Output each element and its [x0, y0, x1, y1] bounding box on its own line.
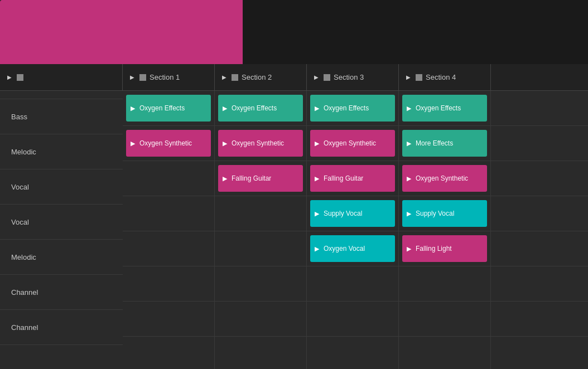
- clip-play-icon-0-3: ▶: [407, 105, 411, 112]
- clip-label-1-2: Oxygen Synthetic: [324, 139, 376, 147]
- section-header-1[interactable]: ▶ Section 1: [123, 64, 215, 90]
- section-play-btn-1[interactable]: ▶: [128, 74, 136, 81]
- grid-cell-7-0[interactable]: [123, 337, 215, 369]
- section-label-3: Section 3: [334, 73, 364, 81]
- clip-play-icon-2-3: ▶: [407, 175, 411, 182]
- clip-label-4-3: Falling Light: [416, 245, 452, 253]
- clip-play-icon-3-2: ▶: [315, 210, 319, 217]
- clip-1-1[interactable]: ▶ Oxygen Synthetic: [218, 130, 303, 157]
- grid-cell-4-0[interactable]: [123, 231, 215, 266]
- clip-1-0[interactable]: ▶ Oxygen Synthetic: [126, 130, 211, 157]
- row-label-4: Vocal: [0, 205, 123, 240]
- section-header-4[interactable]: ▶ Section 4: [399, 64, 491, 90]
- clip-label-0-0: Oxygen Effects: [139, 104, 185, 112]
- grid-cell-4-2[interactable]: ▶ Oxygen Vocal: [307, 231, 399, 266]
- clip-play-icon-1-2: ▶: [315, 140, 319, 147]
- clip-play-icon-1-3: ▶: [407, 140, 411, 147]
- grid-cell-5-1[interactable]: [215, 266, 307, 301]
- clip-0-3[interactable]: ▶ Oxygen Effects: [402, 95, 487, 122]
- clip-1-2[interactable]: ▶ Oxygen Synthetic: [310, 130, 395, 157]
- grid-cell-0-0[interactable]: ▶ Oxygen Effects: [123, 91, 215, 125]
- grid-row-2: ▶ Falling Guitar ▶ Falling Guitar ▶ Oxyg…: [123, 161, 588, 196]
- clip-label-0-3: Oxygen Effects: [416, 104, 461, 112]
- clip-label-2-3: Oxygen Synthetic: [416, 174, 468, 182]
- grid-cell-5-0[interactable]: [123, 266, 215, 301]
- clip-2-3[interactable]: ▶ Oxygen Synthetic: [402, 165, 487, 192]
- grid-row-4: ▶ Oxygen Vocal ▶ Falling Light: [123, 231, 588, 266]
- clip-4-3[interactable]: ▶ Falling Light: [402, 235, 487, 262]
- section-play-btn-3[interactable]: ▶: [312, 74, 320, 81]
- clip-label-0-2: Oxygen Effects: [324, 104, 369, 112]
- grid-cell-2-1[interactable]: ▶ Falling Guitar: [215, 161, 307, 196]
- clip-label-1-1: Oxygen Synthetic: [232, 139, 284, 147]
- section-stop-btn-2[interactable]: [232, 74, 238, 81]
- clip-play-icon-4-3: ▶: [407, 245, 411, 253]
- clip-play-icon-4-2: ▶: [315, 245, 319, 253]
- grid-cell-5-2[interactable]: [307, 266, 399, 301]
- clip-play-icon-0-1: ▶: [223, 105, 227, 112]
- clip-3-3[interactable]: ▶ Supply Vocal: [402, 200, 487, 227]
- grid-cell-1-1[interactable]: ▶ Oxygen Synthetic: [215, 126, 307, 161]
- row-label-3: Vocal: [0, 169, 123, 205]
- grid-cell-4-1[interactable]: [215, 231, 307, 266]
- section-stop-btn-4[interactable]: [416, 74, 422, 81]
- now-playing-banner[interactable]: [0, 0, 243, 64]
- topleft-play-btn[interactable]: ▶: [6, 74, 13, 81]
- clip-play-icon-2-2: ▶: [315, 175, 319, 182]
- grid-cell-0-2[interactable]: ▶ Oxygen Effects: [307, 91, 399, 125]
- grid-cell-0-1[interactable]: ▶ Oxygen Effects: [215, 91, 307, 125]
- grid-row-1: ▶ Oxygen Synthetic ▶ Oxygen Synthetic ▶ …: [123, 126, 588, 161]
- grid-area: ▶ Section 1 ▶ Section 2 ▶ Section 3 ▶ Se…: [123, 64, 588, 369]
- grid-cell-3-0[interactable]: [123, 196, 215, 231]
- section-play-btn-4[interactable]: ▶: [404, 74, 412, 81]
- clip-play-icon-0-0: ▶: [131, 105, 135, 112]
- section-stop-btn-1[interactable]: [139, 74, 146, 81]
- clip-label-2-1: Falling Guitar: [232, 174, 271, 182]
- grid-cell-1-0[interactable]: ▶ Oxygen Synthetic: [123, 126, 215, 161]
- section-label-4: Section 4: [426, 73, 456, 81]
- grid-cell-3-2[interactable]: ▶ Supply Vocal: [307, 196, 399, 231]
- grid-cell-6-3[interactable]: [399, 302, 491, 336]
- grid-row-5: [123, 266, 588, 302]
- grid-cell-6-2[interactable]: [307, 302, 399, 336]
- grid-cell-2-2[interactable]: ▶ Falling Guitar: [307, 161, 399, 196]
- clip-label-1-3: More Effects: [416, 139, 453, 147]
- grid-row-7: [123, 337, 588, 369]
- grid-cell-7-1[interactable]: [215, 337, 307, 369]
- clip-4-2[interactable]: ▶ Oxygen Vocal: [310, 235, 395, 262]
- grid-cell-6-0[interactable]: [123, 302, 215, 336]
- grid-cell-2-0[interactable]: [123, 161, 215, 196]
- section-header-2[interactable]: ▶ Section 2: [215, 64, 307, 90]
- row-labels: ▶ DrumsBassMelodicVocalVocalMelodicChann…: [0, 64, 123, 369]
- topleft-stop-btn[interactable]: [17, 74, 23, 81]
- clip-2-1[interactable]: ▶ Falling Guitar: [218, 165, 303, 192]
- clip-0-0[interactable]: ▶ Oxygen Effects: [126, 95, 211, 122]
- clip-play-icon-2-1: ▶: [223, 175, 227, 182]
- grid-cell-1-2[interactable]: ▶ Oxygen Synthetic: [307, 126, 399, 161]
- clip-label-4-2: Oxygen Vocal: [324, 245, 365, 253]
- grid-cell-4-3[interactable]: ▶ Falling Light: [399, 231, 491, 266]
- grid-cell-1-3[interactable]: ▶ More Effects: [399, 126, 491, 161]
- clip-label-3-3: Supply Vocal: [416, 210, 454, 217]
- clip-0-2[interactable]: ▶ Oxygen Effects: [310, 95, 395, 122]
- grid-cell-3-1[interactable]: [215, 196, 307, 231]
- grid-cell-2-3[interactable]: ▶ Oxygen Synthetic: [399, 161, 491, 196]
- grid-body: ▶ Oxygen Effects ▶ Oxygen Effects ▶ Oxyg…: [123, 91, 588, 369]
- section-header-3[interactable]: ▶ Section 3: [307, 64, 399, 90]
- clip-3-2[interactable]: ▶ Supply Vocal: [310, 200, 395, 227]
- grid-row-6: [123, 302, 588, 337]
- section-label-2: Section 2: [242, 73, 272, 81]
- section-stop-btn-3[interactable]: [324, 74, 330, 81]
- grid-cell-7-3[interactable]: [399, 337, 491, 369]
- grid-cell-0-3[interactable]: ▶ Oxygen Effects: [399, 91, 491, 125]
- grid-cell-7-2[interactable]: [307, 337, 399, 369]
- clip-1-3[interactable]: ▶ More Effects: [402, 130, 487, 157]
- grid-cell-6-1[interactable]: [215, 302, 307, 336]
- clip-2-2[interactable]: ▶ Falling Guitar: [310, 165, 395, 192]
- clip-play-icon-3-3: ▶: [407, 210, 411, 217]
- section-header-row: ▶ Section 1 ▶ Section 2 ▶ Section 3 ▶ Se…: [123, 64, 588, 91]
- section-play-btn-2[interactable]: ▶: [220, 74, 228, 81]
- clip-0-1[interactable]: ▶ Oxygen Effects: [218, 95, 303, 122]
- grid-cell-5-3[interactable]: [399, 266, 491, 301]
- grid-cell-3-3[interactable]: ▶ Supply Vocal: [399, 196, 491, 231]
